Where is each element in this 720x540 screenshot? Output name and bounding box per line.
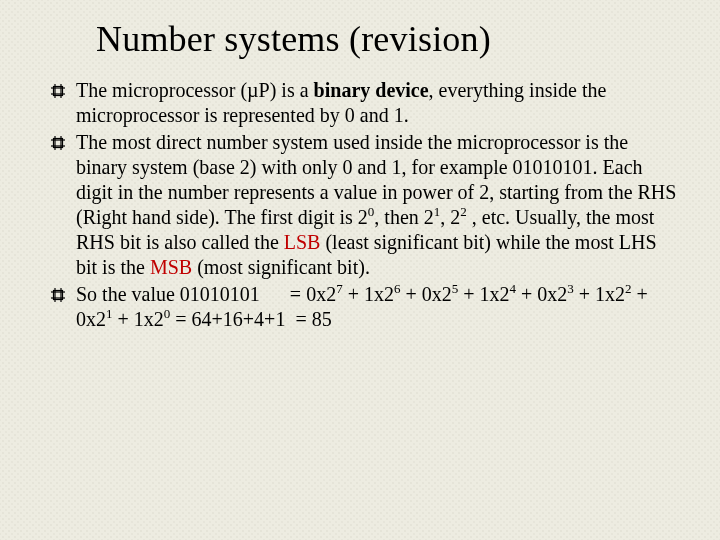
text-run: = 64+16+4+1 = 85 xyxy=(170,308,331,330)
list-item: So the value 01010101 = 0x27 + 1x26 + 0x… xyxy=(40,282,680,332)
bullet-text: The microprocessor (µP) is a binary devi… xyxy=(76,78,680,128)
slide: Number systems (revision) The microproce… xyxy=(0,0,720,540)
text-run: + 1x2 xyxy=(343,283,394,305)
text-run: + 0x2 xyxy=(400,283,451,305)
bullet-icon xyxy=(40,282,76,302)
text-red: MSB xyxy=(150,256,192,278)
text-run: So the value 01010101 = 0x2 xyxy=(76,283,336,305)
bullet-list: The microprocessor (µP) is a binary devi… xyxy=(40,78,680,332)
page-title: Number systems (revision) xyxy=(96,18,680,60)
text-run: + 1x2 xyxy=(113,308,164,330)
text-run: , 2 xyxy=(440,206,460,228)
text-run: + 0x2 xyxy=(516,283,567,305)
bullet-icon xyxy=(40,130,76,150)
text-run: + 1x2 xyxy=(458,283,509,305)
text-bold: binary device xyxy=(314,79,429,101)
text-red: LSB xyxy=(284,231,321,253)
bullet-text: So the value 01010101 = 0x27 + 1x26 + 0x… xyxy=(76,282,680,332)
list-item: The most direct number system used insid… xyxy=(40,130,680,280)
text-run: + 1x2 xyxy=(574,283,625,305)
text-run: , then 2 xyxy=(374,206,433,228)
text-run: (most significant bit). xyxy=(192,256,370,278)
text-run: The microprocessor (µP) is a xyxy=(76,79,314,101)
bullet-text: The most direct number system used insid… xyxy=(76,130,680,280)
bullet-icon xyxy=(40,78,76,98)
list-item: The microprocessor (µP) is a binary devi… xyxy=(40,78,680,128)
